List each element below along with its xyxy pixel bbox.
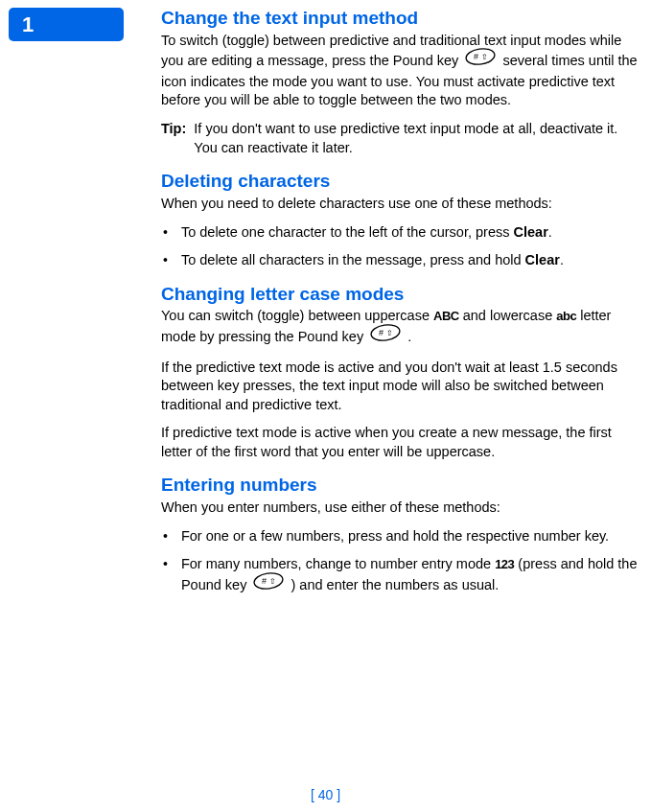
pound-key-icon: #⇧ xyxy=(370,324,401,347)
chapter-tab: 1 xyxy=(9,8,124,41)
heading-deleting: Deleting characters xyxy=(161,171,642,193)
bullet-text: To delete one character to the left of t… xyxy=(181,223,552,243)
tip-text: If you don't want to use predictive text… xyxy=(194,120,642,157)
page-number: [ 40 ] xyxy=(0,787,651,802)
abc-upper-icon: ABC xyxy=(433,308,459,325)
paragraph: If the predictive text mode is active an… xyxy=(161,359,642,415)
svg-text:⇧: ⇧ xyxy=(269,577,276,586)
bullet-icon: • xyxy=(163,527,168,546)
bullet-icon: • xyxy=(163,555,168,596)
abc-lower-icon: abc xyxy=(556,308,576,325)
svg-point-3 xyxy=(370,324,401,341)
list-item: • To delete one character to the left of… xyxy=(161,223,642,243)
tip-label: Tip: xyxy=(161,120,186,157)
tip-block: Tip: If you don't want to use predictive… xyxy=(161,120,642,157)
heading-change-input: Change the text input method xyxy=(161,8,642,30)
svg-text:#: # xyxy=(379,328,384,337)
pound-key-icon: #⇧ xyxy=(465,48,496,71)
pound-key-icon: #⇧ xyxy=(253,572,284,595)
list-item: • To delete all characters in the messag… xyxy=(161,251,642,270)
paragraph: You can switch (toggle) between uppercas… xyxy=(161,307,642,348)
page-content: Change the text input method To switch (… xyxy=(161,8,642,606)
svg-text:⇧: ⇧ xyxy=(386,329,393,337)
paragraph: To switch (toggle) between predictive an… xyxy=(161,32,642,110)
heading-numbers: Entering numbers xyxy=(161,475,642,497)
svg-text:#: # xyxy=(262,576,267,586)
svg-point-6 xyxy=(254,572,285,590)
bullet-icon: • xyxy=(163,223,168,243)
heading-lettercase: Changing letter case modes xyxy=(161,284,642,306)
list-item: • For many numbers, change to number ent… xyxy=(161,555,642,596)
bullet-text: For one or a few numbers, press and hold… xyxy=(181,527,609,546)
paragraph: When you need to delete characters use o… xyxy=(161,195,642,214)
list-item: • For one or a few numbers, press and ho… xyxy=(161,527,642,546)
bullet-text: For many numbers, change to number entry… xyxy=(181,555,642,596)
svg-point-0 xyxy=(465,48,496,65)
paragraph: If predictive text mode is active when y… xyxy=(161,424,642,461)
chapter-number: 1 xyxy=(22,12,34,37)
paragraph: When you enter numbers, use either of th… xyxy=(161,499,642,518)
bullet-icon: • xyxy=(163,251,168,270)
bullet-text: To delete all characters in the message,… xyxy=(181,251,564,270)
svg-text:#: # xyxy=(474,52,478,61)
svg-text:⇧: ⇧ xyxy=(481,53,488,61)
num-mode-icon: 123 xyxy=(495,556,514,573)
